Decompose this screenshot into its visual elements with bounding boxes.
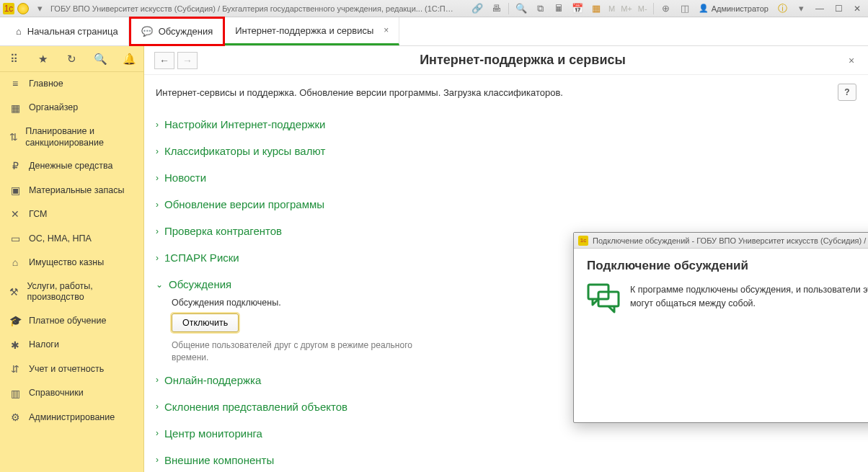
sidebar-bell-icon[interactable]: 🔔 [120,50,138,68]
sidebar-item-icon: ▭ [9,233,22,246]
toolbar-compare-icon[interactable]: ⧉ [532,2,548,15]
sidebar-item-5[interactable]: ✕ГСМ [0,202,143,227]
section-label: Онлайн-поддержка [164,374,261,386]
sidebar-item-label: Платное обучение [29,316,106,327]
tab-home[interactable]: ⌂ Начальная страница [6,17,129,45]
sidebar-item-4[interactable]: ▣Материальные запасы [0,179,143,203]
sidebar-item-icon: ▦ [9,102,22,115]
section-2[interactable]: ›Новости [156,167,856,188]
sidebar-item-8[interactable]: ⚒Услуги, работы, производство [0,275,143,309]
section-label: Центр мониторинга [164,427,262,440]
sidebar-item-13[interactable]: ⚙Администрирование [0,406,143,430]
sidebar-star-icon[interactable]: ★ [35,50,52,68]
sidebar-item-label: ГСМ [29,209,48,221]
current-user[interactable]: 👤 Администратор [696,4,771,13]
chevron-right-icon: › [156,200,159,210]
sidebar-item-icon: ⇵ [9,363,22,376]
section-9[interactable]: ›Центр мониторинга [156,423,856,444]
disable-discussions-button[interactable]: Отключить [172,313,239,332]
chevron-right-icon: › [156,455,159,465]
sidebar-item-label: Планирование и санкционирование [25,126,135,148]
sidebar-item-label: ОС, НМА, НПА [29,233,92,245]
sidebar-menu-icon[interactable]: ⠿ [6,50,23,68]
toolbar-print-icon[interactable]: 🖶 [488,2,504,15]
sidebar-search-icon[interactable]: 🔍 [92,50,109,68]
nav-back-button[interactable]: ← [154,52,174,69]
sidebar-item-icon: ⌂ [9,257,22,270]
sidebar-item-1[interactable]: ▦Органайзер [0,97,143,121]
toolbar-search-icon[interactable]: 🔍 [513,2,529,15]
window-minimize-button[interactable]: — [812,2,828,15]
memory-mminus[interactable]: M- [637,4,649,13]
section-1[interactable]: ›Классификаторы и курсы валют [156,141,856,161]
sidebar: ⠿ ★ ↻ 🔍 🔔 ≡Главное▦Органайзер⇅Планирован… [0,46,144,472]
tab-close-icon[interactable]: × [384,25,389,35]
page-description: Интернет-сервисы и поддержка. Обновление… [156,87,838,98]
app-menu-icon[interactable] [17,3,29,14]
sidebar-item-3[interactable]: ₽Денежные средства [0,154,143,179]
sidebar-history-icon[interactable]: ↻ [63,50,80,68]
chevron-right-icon: › [156,401,159,411]
toolbar-link-icon[interactable]: 🔗 [469,2,485,15]
page-help-button[interactable]: ? [838,84,856,101]
section-label: 1СПАРК Риски [164,251,239,264]
toolbar-calendar-icon[interactable]: 📅 [570,2,585,15]
dialog-chat-icon [587,283,620,315]
toolbar-panels-icon[interactable]: ◫ [677,2,693,15]
chevron-right-icon: › [156,375,159,385]
chat-icon: 💬 [141,26,153,37]
window-close-button[interactable]: ✕ [849,2,865,15]
chevron-right-icon: › [156,226,159,236]
chevron-right-icon: › [156,146,159,156]
toolbar-dropdown-icon[interactable]: ▾ [793,2,809,15]
section-3[interactable]: ›Обновление версии программы [156,194,856,215]
window-maximize-button[interactable]: ☐ [831,2,846,15]
section-label: Проверка контрагентов [164,225,282,237]
sidebar-item-10[interactable]: ✱Налоги [0,334,143,358]
page-title: Интернет-поддержка и сервисы [200,53,845,68]
tab-internet-services[interactable]: Интернет-поддержка и сервисы × [225,17,399,45]
memory-m[interactable]: M [607,4,616,13]
memory-mplus[interactable]: M+ [619,4,634,13]
tab-internet-label: Интернет-поддержка и сервисы [235,25,373,36]
sidebar-item-icon: ≡ [9,78,22,91]
sidebar-item-icon: ▥ [9,388,22,401]
sidebar-item-0[interactable]: ≡Главное [0,72,143,97]
sidebar-item-icon: ✕ [9,208,22,221]
titlebar: 1c ▾ ГОБУ ВПО Университет искусств (Субс… [0,0,868,17]
content-area: ← → Интернет-поддержка и сервисы × Интер… [144,46,868,472]
sidebar-item-label: Справочники [29,388,84,399]
sidebar-toolbar: ⠿ ★ ↻ 🔍 🔔 [0,46,143,72]
dialog-title: Подключение обсуждений - ГОБУ ВПО Универ… [593,236,868,245]
section-10[interactable]: ›Внешние компоненты [156,450,856,471]
sidebar-item-2[interactable]: ⇅Планирование и санкционирование [0,120,143,154]
sidebar-item-9[interactable]: 🎓Платное обучение [0,309,143,334]
section-hint: Общение пользователей друг с другом в ре… [172,339,438,364]
section-label: Внешние компоненты [164,454,274,466]
section-label: Классификаторы и курсы валют [164,145,325,157]
sidebar-item-label: Услуги, работы, производство [27,281,135,303]
page-close-icon[interactable]: × [845,54,858,67]
sidebar-item-11[interactable]: ⇵Учет и отчетность [0,357,143,382]
chevron-right-icon: › [156,120,159,130]
sidebar-item-label: Денежные средства [29,161,112,172]
dialog-message: К программе подключены обсуждения, и пол… [630,283,868,311]
dialog-heading: Подключение обсуждений [587,259,868,273]
nav-forward-button[interactable]: → [177,52,198,69]
tab-discussions-label: Обсуждения [159,26,213,37]
sidebar-item-icon: 🎓 [9,315,22,328]
toolbar-info-icon[interactable]: ⓘ [774,2,790,15]
chevron-right-icon: › [156,173,159,183]
tab-home-label: Начальная страница [27,26,118,37]
sidebar-item-6[interactable]: ▭ОС, НМА, НПА [0,227,143,251]
sidebar-item-12[interactable]: ▥Справочники [0,382,143,406]
section-0[interactable]: ›Настройки Интернет-поддержки [156,114,856,135]
section-label: Обновление версии программы [164,198,324,210]
sidebar-item-7[interactable]: ⌂Имущество казны [0,251,143,275]
toolbar-calc-icon[interactable]: 🖩 [551,2,567,15]
tab-discussions[interactable]: 💬 Обсуждения [129,17,226,46]
dialog-titlebar: 1c Подключение обсуждений - ГОБУ ВПО Уни… [574,233,868,249]
toolbar-schedule-icon[interactable]: ▦ [588,2,604,15]
sidebar-item-label: Имущество казны [29,257,104,269]
toolbar-globe-icon[interactable]: ⊕ [658,2,674,15]
